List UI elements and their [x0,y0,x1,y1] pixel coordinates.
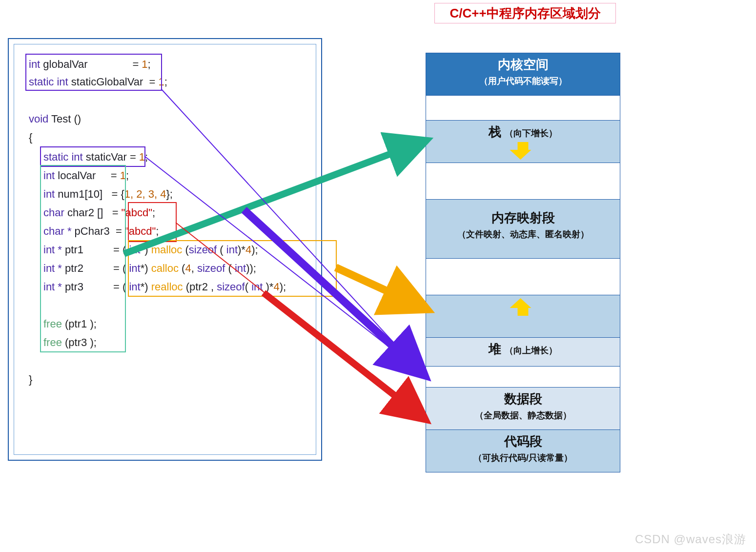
segment-stack: 栈 （向下增长） [426,121,620,163]
stack-grow-down-icon [515,142,531,160]
segment-stack-sub: （向下增长） [505,128,557,138]
string-literal-box [128,202,177,242]
segment-gap2 [426,163,620,200]
segment-kernel: 内核空间 （用户代码不能读写） [426,53,620,96]
segment-mmap-title: 内存映射段 [426,209,620,226]
globals-box [25,54,162,91]
heap-grow-up-icon [515,298,531,316]
memory-layout: 内核空间 （用户代码不能读写） 栈 （向下增长） 内存映射段 （文件映射、动态库… [426,53,620,472]
segment-heap: 堆 （向上增长） [426,338,620,367]
code-line-lbrace: { [29,131,32,144]
segment-code-sub: （可执行代码/只读常量） [426,452,620,464]
segment-code-title: 代码段 [504,434,542,449]
segment-stack-title: 栈 [489,124,501,139]
diagram-title: C/C++中程序内存区域划分 [434,3,616,23]
segment-data-title: 数据段 [504,391,542,406]
segment-mmap: 内存映射段 （文件映射、动态库、匿名映射） [426,200,620,259]
segment-mmap-sub: （文件映射、动态库、匿名映射） [426,228,620,240]
watermark: CSDN @waves浪游 [635,532,746,547]
segment-kernel-title: 内核空间 [498,57,549,72]
segment-data-sub: （全局数据、静态数据） [426,409,620,421]
segment-kernel-sub: （用户代码不能读写） [426,75,620,87]
segment-data: 数据段 （全局数据、静态数据） [426,388,620,430]
heap-allocs-box [128,240,337,297]
segment-gap3 [426,259,620,295]
stack-locals-box [40,165,126,352]
staticvar-box [40,146,145,167]
segment-gap4 [426,367,620,388]
segment-code: 代码段 （可执行代码/只读常量） [426,430,620,472]
segment-heap-title: 堆 [489,342,501,356]
arrow-heap [336,267,421,307]
code-line-fn: void Test () [29,113,81,125]
segment-gap1 [426,96,620,121]
segment-heap-sub: （向上增长） [505,346,557,355]
segment-heap-top [426,295,620,338]
code-line-rbrace: } [29,373,32,386]
